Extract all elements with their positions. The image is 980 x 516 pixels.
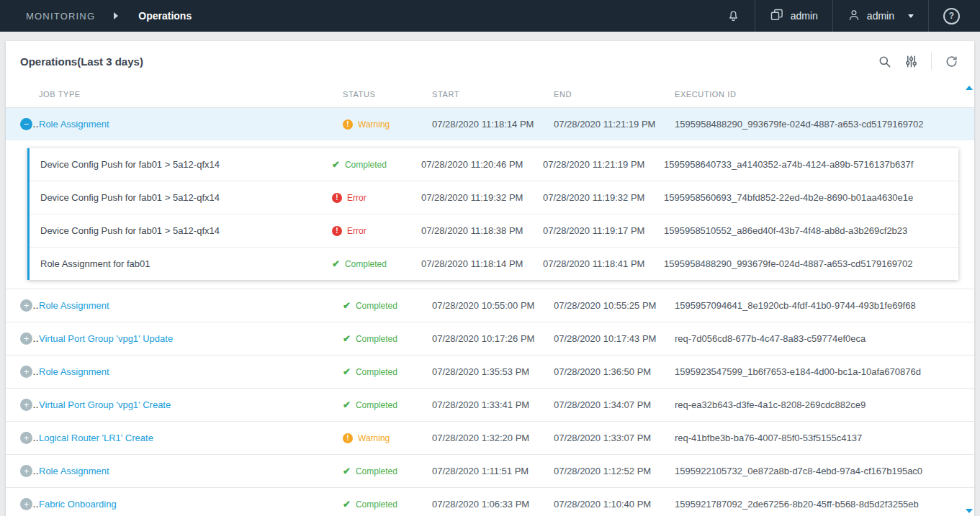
execution-id-cell: 1595958488290_993679fe-024d-4887-a653-cd… (664, 258, 958, 269)
table-row[interactable]: +Role Assignment✔Completed07/28/2020 1:1… (6, 454, 974, 487)
status-label: Completed (345, 259, 387, 269)
execution-id-cell: 1595923547599_1b6f7653-e184-4d00-bc1a-10… (675, 366, 974, 377)
subjob-name: Role Assignment for fab01 (40, 258, 332, 269)
status-cell: ✔Completed (332, 159, 421, 170)
expander-cell: + (20, 399, 39, 411)
subjob-row: Device Config Push for fab01 > 5a12-qfx1… (30, 148, 958, 181)
job-type-link[interactable]: Virtual Port Group 'vpg1' Create (39, 399, 343, 410)
warning-icon: ! (343, 433, 353, 443)
column-header-status[interactable]: STATUS (343, 90, 432, 99)
table-row[interactable]: +Role Assignment✔Completed07/28/2020 1:3… (6, 355, 974, 388)
job-type-link[interactable]: Virtual Port Group 'vpg1' Update (39, 333, 343, 344)
user-label: admin (867, 10, 894, 22)
help-button[interactable]: ? (929, 0, 974, 32)
refresh-button[interactable] (945, 55, 958, 68)
table-row[interactable]: +Logical Router 'LR1' Create!Warning07/2… (6, 421, 974, 454)
start-cell: 07/28/2020 1:32:20 PM (432, 433, 554, 443)
expand-icon[interactable]: + (20, 432, 32, 444)
end-cell: 07/28/2020 11:19:32 PM (543, 192, 664, 203)
toolbar-divider (931, 53, 932, 70)
end-cell: 07/28/2020 1:33:07 PM (554, 433, 675, 443)
caret-down-icon (908, 14, 914, 18)
tenant-switcher[interactable]: admin (755, 0, 832, 32)
start-cell: 07/28/2020 1:11:51 PM (432, 466, 554, 476)
completed-icon: ✔ (343, 366, 351, 377)
notifications-button[interactable] (712, 0, 755, 32)
column-header-job-type[interactable]: JOB TYPE (39, 90, 343, 99)
job-type-link[interactable]: Role Assignment (39, 466, 343, 476)
breadcrumb-page: Operations (138, 10, 192, 22)
job-type-link[interactable]: Fabric Onboarding (39, 499, 343, 510)
column-header-end[interactable]: END (554, 90, 675, 99)
job-type-link[interactable]: Logical Router 'LR1' Create (39, 433, 343, 443)
end-cell: 07/28/2020 11:18:41 PM (543, 258, 664, 269)
job-type-link[interactable]: Role Assignment (39, 300, 343, 311)
status-cell: !Error (332, 193, 421, 203)
table-row[interactable]: +Virtual Port Group 'vpg1' Create✔Comple… (6, 388, 974, 421)
search-button[interactable] (878, 55, 891, 68)
end-cell: 07/28/2020 11:21:19 PM (543, 159, 664, 170)
status-cell: !Error (332, 226, 421, 236)
tenant-icon (770, 8, 784, 24)
expand-icon[interactable]: + (20, 465, 32, 477)
table-row[interactable]: +Fabric Onboarding✔Completed07/28/2020 1… (6, 487, 974, 516)
user-icon (848, 9, 860, 24)
column-header-execution-id[interactable]: EXECUTION ID (675, 90, 974, 99)
status-label: Completed (356, 367, 397, 377)
end-cell: 07/28/2020 10:55:25 PM (554, 300, 675, 311)
status-cell: ✔Completed (343, 499, 432, 510)
expand-icon[interactable]: + (20, 498, 32, 510)
expand-icon[interactable]: + (20, 366, 32, 378)
end-cell: 07/28/2020 1:12:52 PM (554, 466, 675, 476)
job-type-link[interactable]: Role Assignment (39, 119, 343, 130)
scroll-down-icon[interactable] (966, 509, 973, 513)
status-label: Error (347, 193, 367, 203)
page-title: Operations(Last 3 days) (20, 55, 143, 68)
end-cell: 07/28/2020 1:36:50 PM (554, 366, 675, 377)
collapse-icon[interactable]: − (20, 118, 32, 130)
subjob-row: Role Assignment for fab01✔Completed07/28… (30, 247, 958, 280)
error-icon: ! (332, 226, 342, 236)
scroll-up-icon[interactable] (966, 86, 973, 90)
expanded-subjobs: Device Config Push for fab01 > 5a12-qfx1… (27, 148, 958, 280)
breadcrumb-arrow-icon (114, 12, 118, 19)
refresh-icon (945, 55, 958, 68)
start-cell: 07/28/2020 10:55:00 PM (432, 300, 554, 311)
breadcrumb-section[interactable]: MONITORING (26, 11, 95, 22)
table-body: −Role Assignment!Warning07/28/2020 11:18… (6, 108, 974, 516)
error-icon: ! (332, 193, 342, 203)
user-menu[interactable]: admin (833, 0, 928, 32)
table-row[interactable]: +Virtual Port Group 'vpg1' Update✔Comple… (6, 322, 974, 355)
table-row[interactable]: −Role Assignment!Warning07/28/2020 11:18… (6, 108, 974, 140)
end-cell: 07/28/2020 10:17:43 PM (554, 333, 675, 344)
job-type-link[interactable]: Role Assignment (39, 366, 343, 377)
table-header: JOB TYPE STATUS START END EXECUTION ID (6, 81, 974, 108)
start-cell: 07/28/2020 11:19:32 PM (421, 192, 543, 203)
status-cell: ✔Completed (343, 333, 432, 344)
subjob-row: Device Config Push for fab01 > 5a12-qfx1… (30, 214, 958, 247)
status-label: Warning (358, 119, 390, 130)
expand-icon[interactable]: + (20, 399, 32, 411)
bell-icon (727, 8, 740, 24)
start-cell: 07/28/2020 1:06:33 PM (432, 499, 554, 510)
status-label: Completed (356, 499, 397, 510)
execution-id-cell: 1595958488290_993679fe-024d-4887-a653-cd… (675, 119, 974, 130)
expand-icon[interactable]: + (20, 332, 32, 345)
vertical-scrollbar[interactable] (963, 83, 974, 516)
status-label: Error (347, 226, 367, 236)
filter-button[interactable] (904, 55, 918, 68)
execution-id-cell: 1595958560693_74bfd852-22ed-4b2e-8690-b0… (664, 192, 958, 203)
expander-cell: + (20, 299, 39, 312)
expand-icon[interactable]: + (20, 299, 32, 312)
execution-id-cell: 1595958510552_a86ed40f-43b7-4f48-ab8d-a3… (664, 225, 958, 236)
execution-id-cell: req-41bfbe3b-ba76-4007-85f0-53f5155c4137 (675, 433, 974, 443)
table-row[interactable]: +Role Assignment✔Completed07/28/2020 10:… (6, 289, 974, 322)
status-label: Completed (356, 334, 397, 344)
start-cell: 07/28/2020 1:35:53 PM (432, 366, 554, 377)
execution-id-cell: req-7d056cd8-677b-4c47-8a83-c59774ef0eca (675, 333, 974, 344)
start-cell: 07/28/2020 11:18:38 PM (421, 225, 543, 236)
end-cell: 07/28/2020 1:34:07 PM (554, 399, 675, 410)
column-header-start[interactable]: START (432, 90, 554, 99)
execution-id-cell: 1595921787092_2de67256-8b20-45ff-b568-8d… (675, 499, 974, 510)
expander-cell: + (20, 465, 39, 477)
